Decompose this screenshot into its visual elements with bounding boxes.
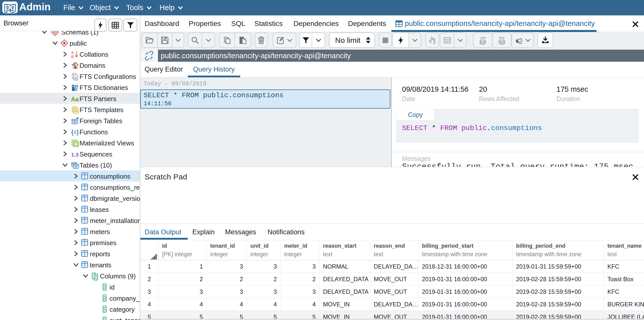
svg-text:pg: pg (5, 2, 15, 12)
svg-text:Aa: Aa (71, 96, 79, 103)
svg-text:1.3: 1.3 (71, 152, 78, 157)
svg-text:}: } (76, 129, 79, 136)
svg-text:{: { (71, 129, 73, 136)
svg-text:A: A (71, 50, 74, 55)
svg-text:B: B (71, 54, 74, 59)
